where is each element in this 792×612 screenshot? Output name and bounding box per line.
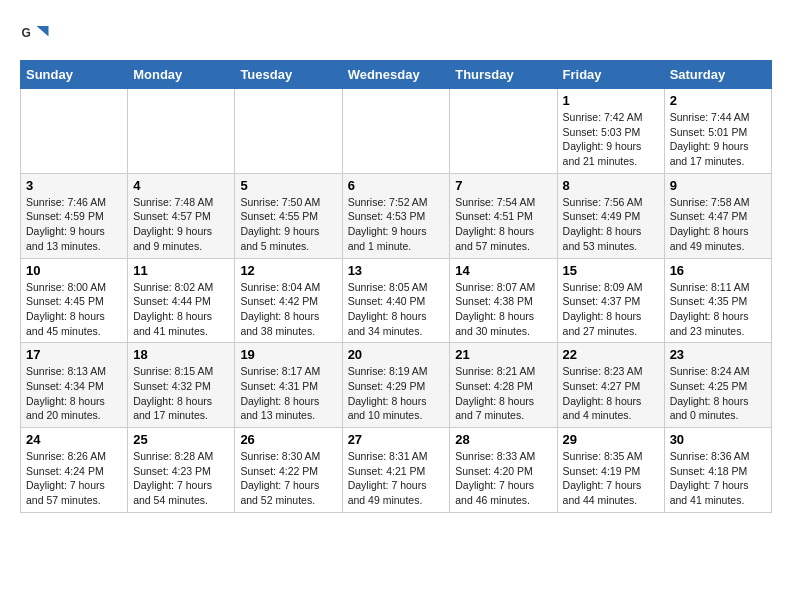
calendar-cell: 22Sunrise: 8:23 AM Sunset: 4:27 PM Dayli… (557, 343, 664, 428)
day-number: 16 (670, 263, 766, 278)
day-info: Sunrise: 8:07 AM Sunset: 4:38 PM Dayligh… (455, 280, 551, 339)
calendar-cell (21, 89, 128, 174)
calendar-cell: 8Sunrise: 7:56 AM Sunset: 4:49 PM Daylig… (557, 173, 664, 258)
day-info: Sunrise: 8:05 AM Sunset: 4:40 PM Dayligh… (348, 280, 445, 339)
day-number: 22 (563, 347, 659, 362)
day-info: Sunrise: 7:56 AM Sunset: 4:49 PM Dayligh… (563, 195, 659, 254)
calendar-week-3: 10Sunrise: 8:00 AM Sunset: 4:45 PM Dayli… (21, 258, 772, 343)
weekday-header-thursday: Thursday (450, 61, 557, 89)
day-info: Sunrise: 8:33 AM Sunset: 4:20 PM Dayligh… (455, 449, 551, 508)
calendar-cell (450, 89, 557, 174)
weekday-header-sunday: Sunday (21, 61, 128, 89)
day-info: Sunrise: 8:04 AM Sunset: 4:42 PM Dayligh… (240, 280, 336, 339)
day-number: 29 (563, 432, 659, 447)
weekday-header-saturday: Saturday (664, 61, 771, 89)
day-number: 12 (240, 263, 336, 278)
day-info: Sunrise: 7:54 AM Sunset: 4:51 PM Dayligh… (455, 195, 551, 254)
logo-icon: G (20, 20, 50, 50)
day-number: 14 (455, 263, 551, 278)
day-info: Sunrise: 8:09 AM Sunset: 4:37 PM Dayligh… (563, 280, 659, 339)
day-info: Sunrise: 8:00 AM Sunset: 4:45 PM Dayligh… (26, 280, 122, 339)
calendar-cell: 12Sunrise: 8:04 AM Sunset: 4:42 PM Dayli… (235, 258, 342, 343)
day-info: Sunrise: 8:19 AM Sunset: 4:29 PM Dayligh… (348, 364, 445, 423)
day-info: Sunrise: 8:24 AM Sunset: 4:25 PM Dayligh… (670, 364, 766, 423)
weekday-header-tuesday: Tuesday (235, 61, 342, 89)
calendar-cell: 6Sunrise: 7:52 AM Sunset: 4:53 PM Daylig… (342, 173, 450, 258)
weekday-header-friday: Friday (557, 61, 664, 89)
calendar-week-2: 3Sunrise: 7:46 AM Sunset: 4:59 PM Daylig… (21, 173, 772, 258)
day-info: Sunrise: 7:48 AM Sunset: 4:57 PM Dayligh… (133, 195, 229, 254)
day-info: Sunrise: 8:31 AM Sunset: 4:21 PM Dayligh… (348, 449, 445, 508)
day-number: 23 (670, 347, 766, 362)
calendar-cell: 11Sunrise: 8:02 AM Sunset: 4:44 PM Dayli… (128, 258, 235, 343)
day-info: Sunrise: 8:30 AM Sunset: 4:22 PM Dayligh… (240, 449, 336, 508)
day-info: Sunrise: 7:50 AM Sunset: 4:55 PM Dayligh… (240, 195, 336, 254)
calendar-cell: 5Sunrise: 7:50 AM Sunset: 4:55 PM Daylig… (235, 173, 342, 258)
day-number: 21 (455, 347, 551, 362)
logo: G (20, 20, 54, 50)
calendar-cell: 3Sunrise: 7:46 AM Sunset: 4:59 PM Daylig… (21, 173, 128, 258)
day-number: 19 (240, 347, 336, 362)
calendar-cell: 21Sunrise: 8:21 AM Sunset: 4:28 PM Dayli… (450, 343, 557, 428)
calendar-cell: 13Sunrise: 8:05 AM Sunset: 4:40 PM Dayli… (342, 258, 450, 343)
calendar-cell: 20Sunrise: 8:19 AM Sunset: 4:29 PM Dayli… (342, 343, 450, 428)
calendar-cell: 4Sunrise: 7:48 AM Sunset: 4:57 PM Daylig… (128, 173, 235, 258)
calendar-cell (342, 89, 450, 174)
calendar-cell: 15Sunrise: 8:09 AM Sunset: 4:37 PM Dayli… (557, 258, 664, 343)
day-number: 1 (563, 93, 659, 108)
day-number: 20 (348, 347, 445, 362)
day-info: Sunrise: 7:42 AM Sunset: 5:03 PM Dayligh… (563, 110, 659, 169)
day-info: Sunrise: 8:15 AM Sunset: 4:32 PM Dayligh… (133, 364, 229, 423)
day-number: 3 (26, 178, 122, 193)
calendar-cell: 17Sunrise: 8:13 AM Sunset: 4:34 PM Dayli… (21, 343, 128, 428)
day-info: Sunrise: 8:23 AM Sunset: 4:27 PM Dayligh… (563, 364, 659, 423)
calendar-cell: 23Sunrise: 8:24 AM Sunset: 4:25 PM Dayli… (664, 343, 771, 428)
weekday-header-wednesday: Wednesday (342, 61, 450, 89)
calendar-cell: 16Sunrise: 8:11 AM Sunset: 4:35 PM Dayli… (664, 258, 771, 343)
calendar-cell: 18Sunrise: 8:15 AM Sunset: 4:32 PM Dayli… (128, 343, 235, 428)
day-number: 8 (563, 178, 659, 193)
calendar-cell: 26Sunrise: 8:30 AM Sunset: 4:22 PM Dayli… (235, 428, 342, 513)
day-number: 17 (26, 347, 122, 362)
day-number: 13 (348, 263, 445, 278)
svg-text:G: G (22, 26, 31, 40)
header: G (20, 20, 772, 50)
day-number: 24 (26, 432, 122, 447)
calendar-cell: 7Sunrise: 7:54 AM Sunset: 4:51 PM Daylig… (450, 173, 557, 258)
day-number: 5 (240, 178, 336, 193)
calendar-cell: 9Sunrise: 7:58 AM Sunset: 4:47 PM Daylig… (664, 173, 771, 258)
calendar-cell: 24Sunrise: 8:26 AM Sunset: 4:24 PM Dayli… (21, 428, 128, 513)
day-number: 10 (26, 263, 122, 278)
day-info: Sunrise: 8:28 AM Sunset: 4:23 PM Dayligh… (133, 449, 229, 508)
svg-marker-1 (37, 26, 49, 37)
calendar-cell: 30Sunrise: 8:36 AM Sunset: 4:18 PM Dayli… (664, 428, 771, 513)
day-number: 7 (455, 178, 551, 193)
day-number: 27 (348, 432, 445, 447)
day-info: Sunrise: 7:58 AM Sunset: 4:47 PM Dayligh… (670, 195, 766, 254)
day-info: Sunrise: 8:13 AM Sunset: 4:34 PM Dayligh… (26, 364, 122, 423)
day-number: 25 (133, 432, 229, 447)
day-number: 15 (563, 263, 659, 278)
day-number: 28 (455, 432, 551, 447)
calendar-week-1: 1Sunrise: 7:42 AM Sunset: 5:03 PM Daylig… (21, 89, 772, 174)
calendar-cell (128, 89, 235, 174)
calendar-cell: 25Sunrise: 8:28 AM Sunset: 4:23 PM Dayli… (128, 428, 235, 513)
calendar-cell: 27Sunrise: 8:31 AM Sunset: 4:21 PM Dayli… (342, 428, 450, 513)
calendar-week-5: 24Sunrise: 8:26 AM Sunset: 4:24 PM Dayli… (21, 428, 772, 513)
day-info: Sunrise: 7:44 AM Sunset: 5:01 PM Dayligh… (670, 110, 766, 169)
day-info: Sunrise: 8:26 AM Sunset: 4:24 PM Dayligh… (26, 449, 122, 508)
calendar-cell: 28Sunrise: 8:33 AM Sunset: 4:20 PM Dayli… (450, 428, 557, 513)
day-info: Sunrise: 8:21 AM Sunset: 4:28 PM Dayligh… (455, 364, 551, 423)
calendar-cell: 29Sunrise: 8:35 AM Sunset: 4:19 PM Dayli… (557, 428, 664, 513)
day-number: 18 (133, 347, 229, 362)
calendar-cell: 2Sunrise: 7:44 AM Sunset: 5:01 PM Daylig… (664, 89, 771, 174)
day-number: 6 (348, 178, 445, 193)
calendar-cell (235, 89, 342, 174)
day-info: Sunrise: 8:11 AM Sunset: 4:35 PM Dayligh… (670, 280, 766, 339)
day-info: Sunrise: 8:36 AM Sunset: 4:18 PM Dayligh… (670, 449, 766, 508)
calendar-cell: 19Sunrise: 8:17 AM Sunset: 4:31 PM Dayli… (235, 343, 342, 428)
day-info: Sunrise: 7:52 AM Sunset: 4:53 PM Dayligh… (348, 195, 445, 254)
calendar-week-4: 17Sunrise: 8:13 AM Sunset: 4:34 PM Dayli… (21, 343, 772, 428)
day-info: Sunrise: 8:02 AM Sunset: 4:44 PM Dayligh… (133, 280, 229, 339)
day-number: 4 (133, 178, 229, 193)
